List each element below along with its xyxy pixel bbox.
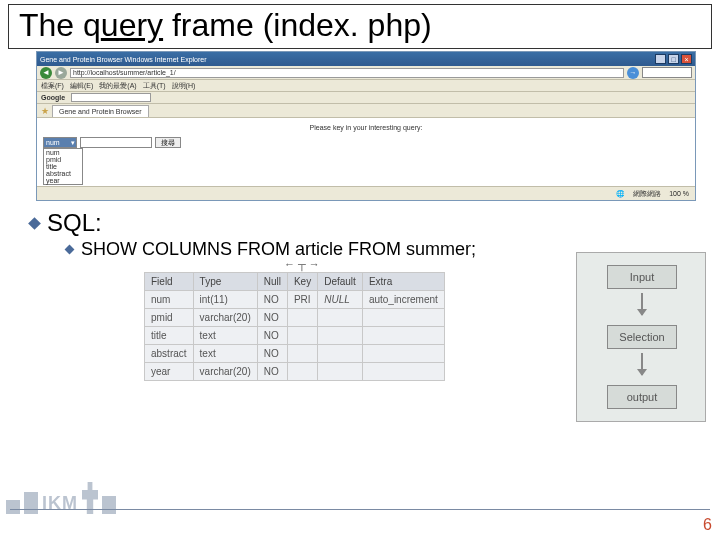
arrow-down-icon bbox=[641, 353, 643, 375]
query-row: num 搜尋 bbox=[43, 137, 689, 148]
col-null: Null bbox=[257, 273, 287, 291]
menu-edit[interactable]: 編輯(E) bbox=[70, 81, 93, 91]
bullet-icon bbox=[28, 217, 41, 230]
table-header-row: Field Type Null Key Default Extra bbox=[145, 273, 445, 291]
cell bbox=[362, 363, 444, 381]
menu-file[interactable]: 檔案(F) bbox=[41, 81, 64, 91]
search-button-label: 搜尋 bbox=[161, 138, 175, 148]
col-extra: Extra bbox=[362, 273, 444, 291]
google-label: Google bbox=[41, 94, 65, 101]
sql-statement: SHOW COLUMNS FROM article FROM summer; bbox=[81, 239, 476, 260]
field-select-dropdown[interactable]: num pmid title abstract year bbox=[43, 148, 83, 185]
cell bbox=[318, 345, 363, 363]
col-field: Field bbox=[145, 273, 194, 291]
menu-tools[interactable]: 工具(T) bbox=[143, 81, 166, 91]
page-instruction: Please key in your interesting query: bbox=[43, 124, 689, 131]
field-select-value: num bbox=[46, 139, 60, 146]
title-underlined: uery bbox=[101, 7, 163, 43]
logo-text: IKM bbox=[42, 493, 78, 514]
minimize-button[interactable]: _ bbox=[655, 54, 666, 64]
cell: NO bbox=[257, 363, 287, 381]
cell: auto_increment bbox=[362, 291, 444, 309]
cell bbox=[362, 345, 444, 363]
option-title[interactable]: title bbox=[44, 163, 82, 170]
table-row: title text NO bbox=[145, 327, 445, 345]
flow-box-selection: Selection bbox=[607, 325, 677, 349]
browser-tab[interactable]: Gene and Protein Browser bbox=[52, 105, 149, 117]
schema-table: Field Type Null Key Default Extra num in… bbox=[144, 272, 445, 381]
tab-strip: ★ Gene and Protein Browser bbox=[37, 104, 695, 118]
cell: NO bbox=[257, 345, 287, 363]
cell bbox=[318, 363, 363, 381]
field-select[interactable]: num bbox=[43, 137, 77, 148]
col-type: Type bbox=[193, 273, 257, 291]
browser-menubar: 檔案(F) 編輯(E) 我的最愛(A) 工具(T) 說明(H) bbox=[37, 80, 695, 92]
arrow-down-icon bbox=[641, 293, 643, 315]
cell bbox=[287, 309, 317, 327]
go-button[interactable]: → bbox=[627, 67, 639, 79]
option-abstract[interactable]: abstract bbox=[44, 170, 82, 177]
col-default: Default bbox=[318, 273, 363, 291]
option-year[interactable]: year bbox=[44, 177, 82, 184]
cell: abstract bbox=[145, 345, 194, 363]
cell: NO bbox=[257, 327, 287, 345]
sql-heading: SQL: bbox=[47, 209, 102, 237]
menu-fav[interactable]: 我的最愛(A) bbox=[99, 81, 136, 91]
window-buttons: _ □ × bbox=[655, 54, 692, 64]
cell: varchar(20) bbox=[193, 309, 257, 327]
back-icon[interactable]: ◄ bbox=[40, 67, 52, 79]
title-pre: The q bbox=[19, 7, 101, 43]
globe-icon: 🌐 bbox=[616, 190, 625, 198]
cell bbox=[362, 327, 444, 345]
title-post: frame (index. php) bbox=[163, 7, 432, 43]
table-row: year varchar(20) NO bbox=[145, 363, 445, 381]
cell bbox=[287, 363, 317, 381]
cell bbox=[287, 345, 317, 363]
search-box-right[interactable] bbox=[642, 67, 692, 78]
table-row: num int(11) NO PRI NULL auto_increment bbox=[145, 291, 445, 309]
favorites-star-icon[interactable]: ★ bbox=[41, 106, 49, 116]
logo-block-icon bbox=[6, 500, 20, 514]
col-key: Key bbox=[287, 273, 317, 291]
cell bbox=[362, 309, 444, 327]
logo-block-icon bbox=[24, 492, 38, 514]
footer-rule bbox=[10, 509, 710, 510]
search-button[interactable]: 搜尋 bbox=[155, 137, 181, 148]
bullet-icon-small bbox=[65, 245, 75, 255]
address-url: http://localhost/summer/article_1/ bbox=[73, 69, 176, 76]
browser-window-title: Gene and Protein Browser Windows Interne… bbox=[40, 56, 207, 63]
page-content: Please key in your interesting query: nu… bbox=[37, 118, 695, 186]
table-row: pmid varchar(20) NO bbox=[145, 309, 445, 327]
cell: PRI bbox=[287, 291, 317, 309]
cell: NO bbox=[257, 309, 287, 327]
logo-block-icon bbox=[102, 496, 116, 514]
cell: int(11) bbox=[193, 291, 257, 309]
resize-indicator: ←┬→ bbox=[284, 258, 323, 270]
google-search-input[interactable] bbox=[71, 93, 151, 102]
browser-window: Gene and Protein Browser Windows Interne… bbox=[36, 51, 696, 201]
cell bbox=[318, 309, 363, 327]
cell: pmid bbox=[145, 309, 194, 327]
cell bbox=[287, 327, 317, 345]
sql-heading-row: SQL: bbox=[28, 209, 720, 237]
cell bbox=[318, 327, 363, 345]
forward-icon[interactable]: ► bbox=[55, 67, 67, 79]
query-input[interactable] bbox=[80, 137, 152, 148]
cell: NULL bbox=[318, 291, 363, 309]
slide-title: The query frame (index. php) bbox=[8, 4, 712, 49]
option-pmid[interactable]: pmid bbox=[44, 156, 82, 163]
address-input[interactable]: http://localhost/summer/article_1/ bbox=[70, 68, 624, 78]
status-bar: 🌐 網際網路 100 % bbox=[37, 186, 695, 200]
address-bar-row: ◄ ► http://localhost/summer/article_1/ → bbox=[37, 66, 695, 80]
cell: year bbox=[145, 363, 194, 381]
menu-help[interactable]: 說明(H) bbox=[172, 81, 196, 91]
status-zoom: 100 % bbox=[669, 190, 689, 197]
maximize-button[interactable]: □ bbox=[668, 54, 679, 64]
close-button[interactable]: × bbox=[681, 54, 692, 64]
flow-diagram: Input Selection output bbox=[576, 252, 706, 422]
cell: title bbox=[145, 327, 194, 345]
option-num[interactable]: num bbox=[44, 149, 82, 156]
cell: text bbox=[193, 327, 257, 345]
tables-area: ←┬→ Field Type Null Key Default Extra nu… bbox=[0, 266, 720, 466]
flow-box-input: Input bbox=[607, 265, 677, 289]
